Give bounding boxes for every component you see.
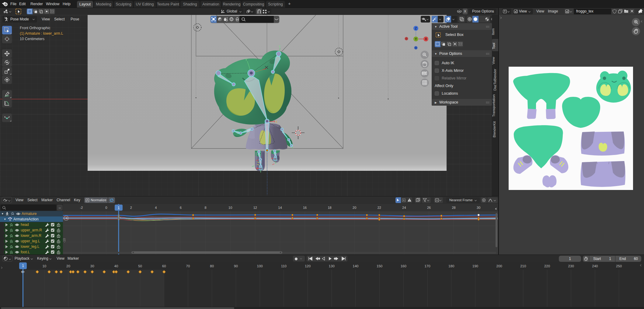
svg-text:18: 18	[328, 206, 331, 209]
svg-text:12: 12	[253, 206, 257, 209]
svg-text:X: X	[425, 37, 427, 41]
svg-text:x: x	[276, 120, 277, 123]
svg-text:Y: Y	[245, 58, 247, 61]
svg-text:4: 4	[155, 206, 157, 209]
svg-text:8: 8	[205, 206, 207, 209]
svg-text:16: 16	[303, 206, 307, 209]
svg-text:Y: Y	[415, 37, 417, 41]
svg-text:10: 10	[228, 206, 232, 209]
svg-text:0: 0	[105, 206, 107, 209]
svg-text:2: 2	[130, 206, 132, 209]
svg-text:20: 20	[353, 206, 356, 209]
svg-text:26: 26	[427, 206, 431, 209]
svg-text:-10: -10	[63, 238, 66, 243]
svg-text:30: 30	[477, 206, 480, 209]
svg-text:6: 6	[180, 206, 182, 209]
svg-text:1: 1	[118, 206, 120, 210]
svg-text:24: 24	[402, 206, 406, 209]
svg-text:Z: Z	[415, 27, 417, 30]
svg-text:14: 14	[278, 206, 282, 209]
svg-text:22: 22	[378, 206, 381, 209]
svg-text:-2: -2	[80, 206, 83, 209]
svg-text:0: 0	[65, 217, 68, 219]
svg-text:Y: Y	[279, 45, 281, 48]
svg-text:28: 28	[452, 206, 455, 209]
